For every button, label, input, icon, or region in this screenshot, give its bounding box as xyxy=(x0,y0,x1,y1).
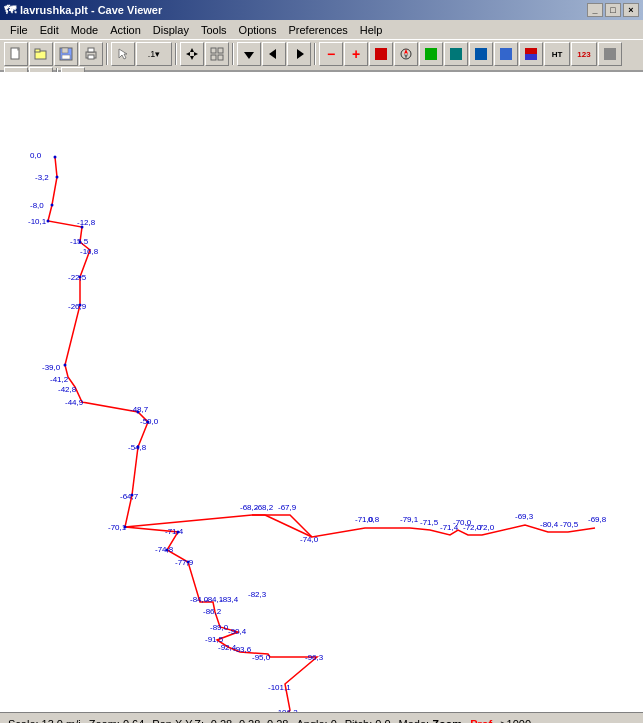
svg-rect-14 xyxy=(211,48,216,53)
menu-display[interactable]: Display xyxy=(147,22,195,38)
svg-marker-19 xyxy=(269,49,276,59)
svg-marker-24 xyxy=(404,54,408,59)
svg-text:-90,4: -90,4 xyxy=(228,627,247,636)
ht-button[interactable]: HT xyxy=(544,42,570,66)
toolbar: .1▾ − + xyxy=(0,40,643,72)
menu-preferences[interactable]: Preferences xyxy=(283,22,354,38)
angle-label: Angle: xyxy=(296,718,327,724)
mode-value: Zoom xyxy=(432,718,462,724)
window-controls: _ □ × xyxy=(587,3,639,17)
angle-display: Angle: 0 xyxy=(296,718,336,724)
pan-display: Pan X,Y,Z: -0,28 -0,28 -0,28 xyxy=(152,718,288,724)
icon-compass[interactable] xyxy=(394,42,418,66)
svg-point-97 xyxy=(79,304,82,307)
svg-text:-71,4: -71,4 xyxy=(165,527,184,536)
arrow-tool[interactable] xyxy=(111,42,135,66)
svg-text:-71,5: -71,5 xyxy=(420,518,439,527)
pan-tool[interactable] xyxy=(180,42,204,66)
svg-text:-39,0: -39,0 xyxy=(42,363,61,372)
svg-rect-28 xyxy=(500,48,512,60)
svg-point-105 xyxy=(166,549,169,552)
minus-button[interactable]: − xyxy=(319,42,343,66)
svg-text:-44,9: -44,9 xyxy=(65,398,84,407)
svg-text:-42,8: -42,8 xyxy=(58,385,77,394)
svg-rect-21 xyxy=(375,48,387,60)
statusbar: Scale: 13,0 m/i Zoom: 0,64 Pan X,Y,Z: -0… xyxy=(0,712,643,723)
icon-flag-multi[interactable] xyxy=(519,42,543,66)
svg-text:0,8: 0,8 xyxy=(368,515,380,524)
svg-rect-4 xyxy=(62,48,68,53)
new-button[interactable] xyxy=(4,42,28,66)
open-button[interactable] xyxy=(29,42,53,66)
menu-edit[interactable]: Edit xyxy=(34,22,65,38)
svg-text:-95,0: -95,0 xyxy=(252,653,271,662)
mode-display: Mode: Zoom xyxy=(399,718,463,724)
svg-rect-26 xyxy=(450,48,462,60)
svg-text:-3,2: -3,2 xyxy=(35,173,49,182)
icon-green[interactable] xyxy=(419,42,443,66)
svg-point-106 xyxy=(187,561,190,564)
svg-rect-16 xyxy=(211,55,216,60)
svg-point-90 xyxy=(54,156,57,159)
down-arrow-button[interactable] xyxy=(237,42,261,66)
svg-rect-17 xyxy=(218,55,223,60)
svg-point-102 xyxy=(131,494,134,497)
icon-blue-green[interactable] xyxy=(469,42,493,66)
svg-point-101 xyxy=(137,446,140,449)
svg-rect-27 xyxy=(475,48,487,60)
flag-red[interactable] xyxy=(369,42,393,66)
sep-1 xyxy=(106,43,108,65)
plus-button[interactable]: + xyxy=(344,42,368,66)
sep-4 xyxy=(314,43,316,65)
icon-teal[interactable] xyxy=(444,42,468,66)
svg-point-98 xyxy=(64,364,67,367)
svg-text:-106,2: -106,2 xyxy=(275,708,298,712)
scale-display: Scale: 13,0 m/i xyxy=(8,718,81,724)
menu-help[interactable]: Help xyxy=(354,22,389,38)
title-text: lavrushka.plt - Cave Viewer xyxy=(20,4,162,16)
svg-text:-70,5: -70,5 xyxy=(560,520,579,529)
svg-marker-18 xyxy=(244,52,254,59)
svg-text:-48,7: -48,7 xyxy=(130,405,149,414)
svg-text:-41,2: -41,2 xyxy=(50,375,69,384)
menu-action[interactable]: Action xyxy=(104,22,147,38)
svg-text:-12,8: -12,8 xyxy=(77,218,96,227)
svg-text:-89,0: -89,0 xyxy=(210,623,229,632)
svg-marker-13 xyxy=(194,52,198,56)
right-arrow-button[interactable] xyxy=(287,42,311,66)
cave-drawing: 0,0 -3,2 -8,0 -10,1 -12,8 -15,5 -16,8 -2… xyxy=(0,72,643,712)
depth-value: >1000 xyxy=(500,718,531,724)
svg-text:-82,3: -82,3 xyxy=(248,590,267,599)
pan-label: Pan X,Y,Z: xyxy=(152,718,204,724)
svg-point-99 xyxy=(137,411,140,414)
svg-point-93 xyxy=(47,220,50,223)
menu-file[interactable]: File xyxy=(4,22,34,38)
menu-tools[interactable]: Tools xyxy=(195,22,233,38)
svg-text:-80,4: -80,4 xyxy=(540,520,559,529)
save-button[interactable] xyxy=(54,42,78,66)
center-tool[interactable] xyxy=(205,42,229,66)
icon-blue[interactable] xyxy=(494,42,518,66)
maximize-button[interactable]: □ xyxy=(605,3,621,17)
svg-point-100 xyxy=(147,421,150,424)
cave-canvas[interactable]: 0,0 -3,2 -8,0 -10,1 -12,8 -15,5 -16,8 -2… xyxy=(0,72,643,712)
num-button[interactable]: 123 xyxy=(571,42,597,66)
svg-marker-10 xyxy=(190,48,194,52)
menu-options[interactable]: Options xyxy=(233,22,283,38)
svg-point-104 xyxy=(177,531,180,534)
zoom-dropdown[interactable]: .1▾ xyxy=(136,42,172,66)
menu-mode[interactable]: Mode xyxy=(65,22,105,38)
svg-rect-8 xyxy=(88,55,94,59)
svg-text:-79,1: -79,1 xyxy=(400,515,419,524)
print-button[interactable] xyxy=(79,42,103,66)
svg-marker-9 xyxy=(119,49,127,59)
svg-rect-7 xyxy=(88,48,94,52)
minimize-button[interactable]: _ xyxy=(587,3,603,17)
close-button[interactable]: × xyxy=(623,3,639,17)
icon-gray-flag[interactable] xyxy=(598,42,622,66)
angle-value: 0 xyxy=(331,718,337,724)
svg-text:-101,1: -101,1 xyxy=(268,683,291,692)
sep-2 xyxy=(175,43,177,65)
svg-rect-30 xyxy=(525,54,537,60)
left-arrow-button[interactable] xyxy=(262,42,286,66)
